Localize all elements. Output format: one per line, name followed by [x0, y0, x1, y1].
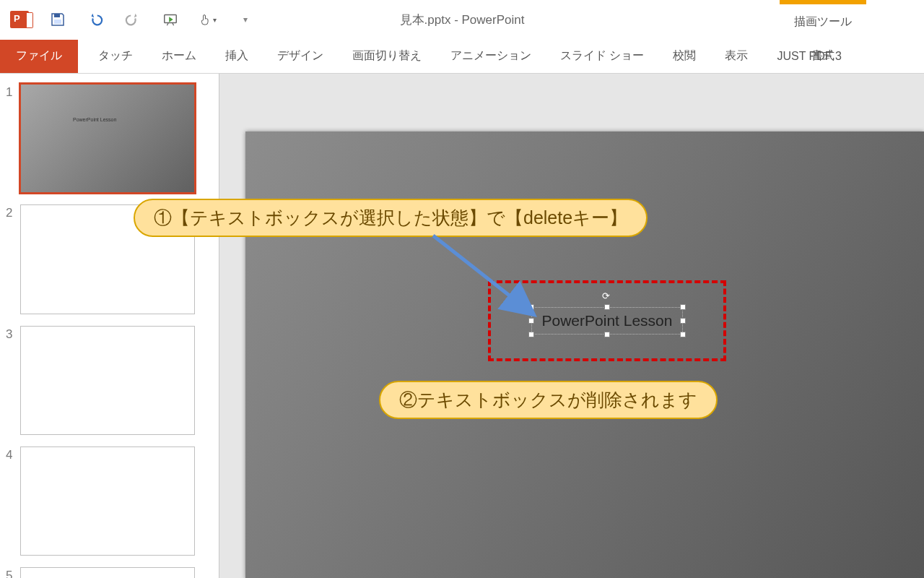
title-bar: ▾ ▾ 見本.pptx - PowerPoint 描画ツール	[0, 0, 924, 39]
resize-handle[interactable]	[680, 318, 686, 324]
window-title: 見本.pptx - PowerPoint	[400, 12, 525, 28]
slide-thumbnail-1[interactable]: PowerPoint Lesson	[20, 84, 195, 193]
tab-file[interactable]: ファイル	[0, 40, 78, 73]
text-box-content: PowerPoint Lesson	[542, 312, 673, 329]
tab-touch[interactable]: タッチ	[84, 39, 147, 74]
touch-mode-button[interactable]: ▾	[199, 11, 217, 28]
thumb-number: 4	[6, 447, 20, 462]
resize-handle[interactable]	[604, 332, 610, 337]
thumb-number: 2	[6, 204, 20, 220]
text-box[interactable]: PowerPoint Lesson ⟳	[531, 307, 684, 335]
contextual-tab-label: 描画ツール	[780, 4, 866, 30]
powerpoint-logo-icon	[10, 11, 29, 28]
rotate-handle-icon[interactable]: ⟳	[602, 290, 612, 301]
redo-button[interactable]	[124, 11, 141, 28]
tab-review[interactable]: 校閲	[658, 39, 710, 74]
undo-button[interactable]	[87, 11, 104, 28]
resize-handle[interactable]	[680, 304, 686, 310]
start-slideshow-button[interactable]	[162, 11, 179, 28]
svg-rect-0	[54, 14, 60, 17]
contextual-tab-group: 描画ツール	[780, 0, 866, 30]
quick-access-toolbar: ▾ ▾	[0, 11, 254, 28]
tab-insert[interactable]: 挿入	[211, 39, 263, 74]
ribbon-tabs: ファイル タッチ ホーム 挿入 デザイン 画面切り替え アニメーション スライド…	[0, 39, 924, 74]
tab-design[interactable]: デザイン	[263, 39, 338, 74]
thumb-number: 3	[6, 326, 20, 342]
tab-slideshow[interactable]: スライド ショー	[546, 39, 658, 74]
workspace: 1 PowerPoint Lesson 2 3 4 5 PowerPoin	[0, 74, 924, 578]
slide-thumbnail-pane[interactable]: 1 PowerPoint Lesson 2 3 4 5	[0, 74, 219, 578]
tab-format[interactable]: 書式	[780, 39, 866, 74]
svg-rect-1	[54, 20, 61, 24]
resize-handle[interactable]	[528, 332, 534, 337]
tab-view[interactable]: 表示	[710, 39, 762, 74]
qat-customize-button[interactable]: ▾	[237, 11, 254, 28]
tab-transitions[interactable]: 画面切り替え	[338, 39, 436, 74]
resize-handle[interactable]	[528, 304, 534, 310]
save-button[interactable]	[49, 11, 66, 28]
annotation-callout-2: ②テキストボックスが削除されます	[379, 381, 718, 419]
resize-handle[interactable]	[528, 318, 534, 324]
thumb-preview-text: PowerPoint Lesson	[73, 117, 116, 122]
resize-handle[interactable]	[680, 332, 686, 337]
thumb-number: 5	[6, 567, 20, 578]
tab-home[interactable]: ホーム	[147, 39, 211, 74]
thumb-number: 1	[6, 84, 20, 100]
selection-highlight: PowerPoint Lesson ⟳	[488, 280, 726, 361]
slide-canvas-area[interactable]: PowerPoint Lesson ⟳	[219, 74, 924, 578]
annotation-callout-1: ①【テキストボックスが選択した状態】で【deleteキー】	[134, 199, 648, 237]
slide-thumbnail-3[interactable]	[20, 326, 195, 435]
slide-thumbnail-4[interactable]	[20, 447, 195, 556]
slide-thumbnail-5[interactable]	[20, 567, 195, 578]
tab-animations[interactable]: アニメーション	[436, 39, 546, 74]
resize-handle[interactable]	[604, 304, 610, 310]
